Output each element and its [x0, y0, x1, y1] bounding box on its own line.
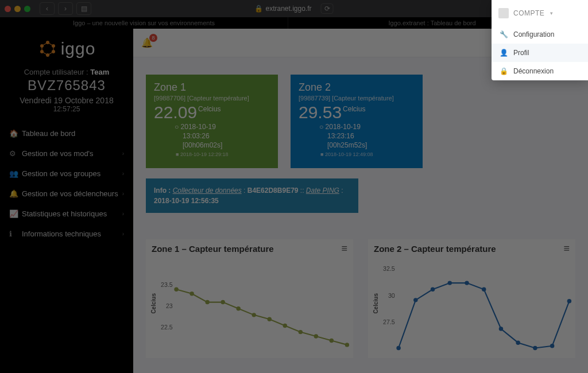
- chart-panel: Zone 1 – Capteur température ≡ Celcius 2…: [146, 239, 353, 358]
- svg-point-40: [567, 299, 571, 303]
- account-menu-item[interactable]: 🔒Déconnexion: [492, 62, 588, 80]
- zone-title: Zone 2: [299, 81, 415, 94]
- zone-title: Zone 1: [154, 81, 270, 94]
- sidebar-account-block: Compte utilisateur : Team BVZ765843 Vend…: [0, 68, 133, 113]
- menu-item-icon: 👤: [500, 49, 508, 57]
- svg-line-9: [42, 52, 48, 55]
- svg-point-20: [252, 313, 256, 317]
- close-window-icon[interactable]: [5, 6, 11, 12]
- account-dropdown: COMPTE ▾ 🔧Configuration👤Profil🔒Déconnexi…: [492, 0, 588, 80]
- notifications-button[interactable]: 🔔 8: [141, 37, 153, 48]
- sidebar-item-label: Gestion de vos déclencheurs: [22, 189, 118, 198]
- svg-text:30: 30: [388, 292, 395, 299]
- svg-point-26: [345, 343, 349, 347]
- account-dropdown-toggle[interactable]: COMPTE ▾: [492, 0, 588, 25]
- svg-point-23: [299, 330, 303, 334]
- info-collector-link[interactable]: Collecteur de données: [173, 187, 242, 195]
- chart-svg: 22.52323.5: [146, 255, 353, 358]
- chevron-down-icon: ▾: [550, 10, 553, 16]
- svg-point-22: [283, 324, 287, 328]
- menu-icon: ℹ: [9, 230, 22, 238]
- svg-point-30: [396, 346, 400, 350]
- svg-point-32: [431, 287, 435, 292]
- sidebar-item-label: Tableau de bord: [22, 129, 75, 138]
- chart-ylabel: Celcius: [150, 293, 157, 314]
- svg-point-24: [314, 334, 318, 338]
- maximize-window-icon[interactable]: [24, 6, 30, 12]
- svg-point-38: [533, 346, 537, 350]
- menu-icon: 📈: [9, 209, 22, 218]
- zone-unit: Celcius: [343, 105, 365, 113]
- chevron-right-icon: ›: [122, 231, 124, 237]
- svg-text:27.5: 27.5: [383, 318, 395, 325]
- chevron-right-icon: ›: [122, 211, 124, 217]
- svg-point-36: [499, 327, 503, 331]
- main-content: 🔔 8 Zone 1 [99887706] [Capteur températu…: [133, 29, 588, 373]
- account-code: BVZ765843: [0, 77, 133, 94]
- account-menu-item[interactable]: 👤Profil: [492, 44, 588, 62]
- sidebar-item[interactable]: 🏠 Tableau de bord: [0, 123, 133, 143]
- menu-item-icon: 🔧: [500, 30, 508, 38]
- sidebar-item-label: Informations techniques: [22, 230, 101, 238]
- zone-value: 29.53: [299, 103, 342, 122]
- zone-unit: Celcius: [198, 105, 220, 113]
- svg-line-8: [48, 52, 53, 55]
- chart-menu-button[interactable]: ≡: [341, 243, 347, 255]
- chart-menu-button[interactable]: ≡: [563, 243, 570, 255]
- current-date: Vendredi 19 Octobre 2018: [0, 96, 133, 105]
- svg-point-31: [413, 298, 417, 302]
- chart-panel: Zone 2 – Capteur température ≡ Celcius 2…: [368, 239, 575, 358]
- svg-point-19: [236, 306, 240, 310]
- zone-card[interactable]: Zone 2 [99887739] [Capteur température] …: [291, 75, 423, 168]
- menu-icon: 👥: [9, 169, 22, 178]
- svg-line-11: [42, 42, 48, 46]
- chevron-right-icon: ›: [122, 150, 124, 157]
- zone-subtitle: [99887706] [Capteur température]: [154, 95, 270, 102]
- back-button[interactable]: ‹: [40, 2, 55, 15]
- chart-title: Zone 1 – Capteur température: [152, 244, 274, 254]
- menu-item-label: Déconnexion: [513, 67, 554, 75]
- svg-point-18: [220, 300, 225, 304]
- sidebar-item-label: Gestion de vos groupes: [22, 169, 100, 178]
- svg-text:32.5: 32.5: [383, 265, 395, 272]
- reload-button[interactable]: ⟳: [321, 3, 334, 14]
- svg-point-33: [448, 281, 452, 285]
- info-ping-link[interactable]: Date PING: [306, 187, 339, 195]
- notif-badge: 8: [149, 34, 157, 42]
- window-controls: [5, 6, 30, 12]
- svg-text:22.5: 22.5: [161, 324, 173, 331]
- menu-item-label: Configuration: [513, 30, 554, 38]
- zone-subtitle: [99887739] [Capteur température]: [299, 95, 415, 102]
- sidebar-item[interactable]: 👥 Gestion de vos groupes ›: [0, 164, 133, 184]
- account-menu-item[interactable]: 🔧Configuration: [492, 25, 588, 44]
- menu-item-label: Profil: [513, 49, 529, 57]
- logo: iggo: [0, 39, 133, 59]
- svg-point-17: [205, 300, 209, 304]
- chevron-right-icon: ›: [122, 170, 124, 177]
- svg-point-34: [465, 281, 469, 285]
- svg-point-35: [482, 287, 486, 292]
- address-bar[interactable]: 🔒 extranet.iggo.fr ⟳: [254, 3, 333, 14]
- forward-button[interactable]: ›: [58, 2, 73, 15]
- info-panel: Info : Collecteur de données : B4E62D8B9…: [146, 178, 358, 213]
- zone-card[interactable]: Zone 1 [99887706] [Capteur température] …: [146, 75, 278, 168]
- browser-tab[interactable]: Iggo – une nouvelle vision sur vos envir…: [0, 17, 288, 29]
- chevron-right-icon: ›: [122, 191, 124, 197]
- sidebar-button[interactable]: ▤: [76, 2, 91, 15]
- svg-point-21: [268, 317, 272, 321]
- sidebar-menu: 🏠 Tableau de bord ⚙ Gestion de vos mod's…: [0, 123, 133, 244]
- sidebar-item[interactable]: 📈 Statistiques et historiques ›: [0, 204, 133, 224]
- svg-line-6: [48, 42, 53, 46]
- sidebar: iggo Compte utilisateur : Team BVZ765843…: [0, 29, 133, 373]
- svg-point-37: [516, 340, 520, 344]
- avatar: [498, 8, 509, 18]
- sidebar-item[interactable]: 🔔 Gestion de vos déclencheurs ›: [0, 184, 133, 204]
- current-time: 12:57:25: [0, 105, 133, 113]
- sidebar-item[interactable]: ⚙ Gestion de vos mod's ›: [0, 143, 133, 164]
- logo-icon: [38, 39, 57, 59]
- sidebar-item[interactable]: ℹ Informations techniques ›: [0, 224, 133, 244]
- minimize-window-icon[interactable]: [14, 6, 21, 12]
- menu-icon: 🏠: [9, 129, 22, 138]
- zone-value: 22.09: [154, 103, 197, 122]
- menu-item-icon: 🔒: [500, 67, 508, 75]
